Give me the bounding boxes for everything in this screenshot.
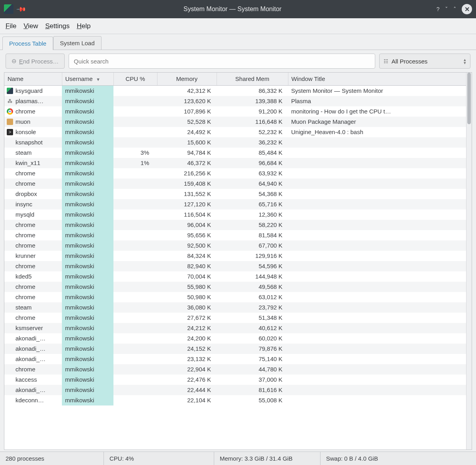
table-row[interactable]: steammmikowski3%94,784 K85,484 K bbox=[4, 148, 466, 158]
table-row[interactable]: ksnapshotmmikowski15,600 K36,232 K bbox=[4, 137, 466, 148]
cell-wintitle bbox=[288, 375, 466, 385]
status-memory: Memory: 3.3 GiB / 31.4 GiB bbox=[214, 452, 321, 465]
cell-shared: 49,568 K bbox=[217, 282, 288, 292]
blank-icon bbox=[7, 387, 13, 393]
filter-dropdown[interactable]: ☷ All Processes ▴▾ bbox=[379, 54, 470, 69]
col-header-name[interactable]: Name bbox=[4, 73, 62, 85]
cell-shared: 54,368 K bbox=[217, 189, 288, 199]
table-row[interactable]: akonadi_…mmikowski24,200 K60,020 K bbox=[4, 333, 466, 344]
cell-shared: 91,200 K bbox=[217, 106, 288, 117]
col-header-cpu[interactable]: CPU % bbox=[113, 73, 157, 85]
cell-cpu bbox=[113, 323, 157, 333]
table-row[interactable]: kdeconn…mmikowski22,104 K55,008 K bbox=[4, 395, 466, 405]
cell-memory: 22,904 K bbox=[157, 364, 217, 375]
cell-shared: 52,232 K bbox=[217, 127, 288, 137]
vertical-scrollbar[interactable] bbox=[466, 73, 472, 450]
table-row[interactable]: ksysguardmmikowski42,312 K86,332 KSystem… bbox=[4, 85, 466, 96]
cell-wintitle bbox=[288, 344, 466, 354]
table-row[interactable]: akonadi_…mmikowski24,152 K79,876 K bbox=[4, 344, 466, 354]
table-row[interactable]: ksmservermmikowski24,212 K40,612 K bbox=[4, 323, 466, 333]
cell-wintitle bbox=[288, 209, 466, 220]
cell-name: chrome bbox=[15, 242, 35, 249]
table-row[interactable]: chromemmikowski95,656 K81,584 K bbox=[4, 230, 466, 240]
col-header-shared[interactable]: Shared Mem bbox=[217, 73, 288, 85]
menu-settings[interactable]: Settings bbox=[45, 22, 69, 30]
cell-cpu bbox=[113, 364, 157, 375]
cell-wintitle bbox=[288, 261, 466, 271]
blank-icon bbox=[7, 346, 13, 352]
cell-cpu: 1% bbox=[113, 158, 157, 168]
cell-wintitle bbox=[288, 251, 466, 261]
search-input[interactable] bbox=[69, 54, 375, 69]
table-row[interactable]: muonmmikowski52,528 K116,648 KMuon Packa… bbox=[4, 117, 466, 127]
cell-shared: 79,876 K bbox=[217, 344, 288, 354]
cell-shared: 75,140 K bbox=[217, 354, 288, 364]
blank-icon bbox=[7, 150, 13, 156]
table-row[interactable]: chromemmikowski50,980 K63,012 K bbox=[4, 292, 466, 302]
table-row[interactable]: chromemmikowski107,896 K91,200 Kmonitori… bbox=[4, 106, 466, 117]
table-row[interactable]: >konsolemmikowski24,492 K52,232 KUnigine… bbox=[4, 127, 466, 137]
chrome-icon bbox=[7, 108, 13, 115]
col-header-memory[interactable]: Memory bbox=[157, 73, 217, 85]
col-header-wintitle[interactable]: Window Title bbox=[288, 73, 466, 85]
cell-shared: 37,000 K bbox=[217, 375, 288, 385]
cell-memory: 216,256 K bbox=[157, 168, 217, 179]
table-row[interactable]: ⁂plasmas…mmikowski123,620 K139,388 KPlas… bbox=[4, 96, 466, 106]
cell-cpu bbox=[113, 251, 157, 261]
tab-system-load[interactable]: System Load bbox=[53, 36, 102, 50]
blank-icon bbox=[7, 397, 13, 404]
cell-username: mmikowski bbox=[62, 240, 113, 251]
cell-username: mmikowski bbox=[62, 395, 113, 405]
maximize-icon[interactable]: ˄ bbox=[453, 6, 456, 12]
blank-icon bbox=[7, 253, 13, 259]
menu-view[interactable]: View bbox=[23, 22, 38, 30]
cell-memory: 22,104 K bbox=[157, 395, 217, 405]
close-icon[interactable]: ✕ bbox=[462, 4, 472, 14]
cell-username: mmikowski bbox=[62, 168, 113, 179]
cell-cpu bbox=[113, 282, 157, 292]
table-row[interactable]: chromemmikowski22,904 K44,780 K bbox=[4, 364, 466, 375]
help-icon[interactable]: ? bbox=[436, 6, 440, 12]
tree-icon: ☷ bbox=[384, 58, 388, 64]
blank-icon bbox=[7, 160, 13, 166]
cell-wintitle bbox=[288, 158, 466, 168]
minimize-icon[interactable]: ˅ bbox=[445, 6, 448, 12]
cell-username: mmikowski bbox=[62, 209, 113, 220]
cell-shared: 96,684 K bbox=[217, 158, 288, 168]
table-row[interactable]: akonadi_…mmikowski23,132 K75,140 K bbox=[4, 354, 466, 364]
table-row[interactable]: krunnermmikowski84,324 K129,916 K bbox=[4, 251, 466, 261]
cell-memory: 24,212 K bbox=[157, 323, 217, 333]
table-row[interactable]: mysqldmmikowski116,504 K12,360 K bbox=[4, 209, 466, 220]
cell-cpu bbox=[113, 240, 157, 251]
cell-memory: 82,940 K bbox=[157, 261, 217, 271]
table-row[interactable]: chromemmikowski27,672 K51,348 K bbox=[4, 313, 466, 323]
table-row[interactable]: kaccessmmikowski22,476 K37,000 K bbox=[4, 375, 466, 385]
table-row[interactable]: chromemmikowski159,408 K64,940 K bbox=[4, 179, 466, 189]
tab-process-table[interactable]: Process Table bbox=[2, 37, 53, 50]
table-row[interactable]: insyncmmikowski127,120 K65,716 K bbox=[4, 199, 466, 209]
table-row[interactable]: chromemmikowski82,940 K54,596 K bbox=[4, 261, 466, 271]
table-row[interactable]: chromemmikowski55,980 K49,568 K bbox=[4, 282, 466, 292]
table-row[interactable]: chromemmikowski96,004 K58,220 K bbox=[4, 220, 466, 230]
cell-wintitle bbox=[288, 199, 466, 209]
col-header-username[interactable]: Username ▼ bbox=[62, 73, 113, 85]
table-row[interactable]: chromemmikowski216,256 K63,932 K bbox=[4, 168, 466, 179]
table-row[interactable]: kwin_x11mmikowski1%46,372 K96,684 K bbox=[4, 158, 466, 168]
menu-help[interactable]: Help bbox=[77, 22, 90, 30]
scroll-thumb[interactable] bbox=[467, 73, 471, 124]
table-row[interactable]: akonadi_…mmikowski22,444 K81,616 K bbox=[4, 385, 466, 395]
end-process-button[interactable]: ⊖ End Process… bbox=[6, 54, 65, 69]
cell-wintitle bbox=[288, 313, 466, 323]
cell-wintitle bbox=[288, 333, 466, 344]
pin-icon[interactable]: 📌 bbox=[16, 4, 27, 15]
cell-wintitle bbox=[288, 395, 466, 405]
cell-name: muon bbox=[15, 118, 31, 125]
statusbar: 280 processes CPU: 4% Memory: 3.3 GiB / … bbox=[0, 452, 476, 465]
table-row[interactable]: dropboxmmikowski131,552 K54,368 K bbox=[4, 189, 466, 199]
table-row[interactable]: chromemmikowski92,500 K67,700 K bbox=[4, 240, 466, 251]
cell-username: mmikowski bbox=[62, 333, 113, 344]
table-row[interactable]: kded5mmikowski70,004 K144,948 K bbox=[4, 271, 466, 282]
menu-file[interactable]: File bbox=[6, 22, 16, 30]
table-row[interactable]: steammmikowski36,080 K23,792 K bbox=[4, 302, 466, 313]
cell-wintitle bbox=[288, 189, 466, 199]
